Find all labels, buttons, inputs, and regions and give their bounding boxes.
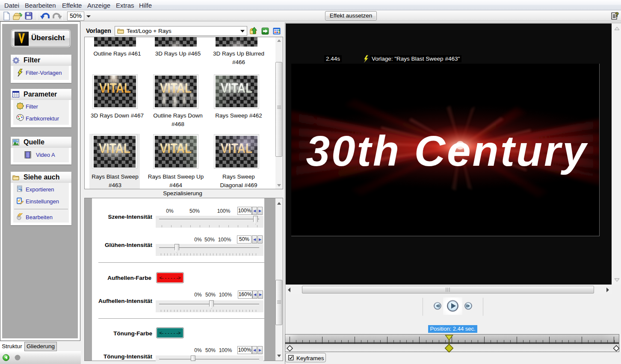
svg-text:?: ? [615,11,619,18]
svg-text:30th Century: 30th Century [306,127,588,175]
